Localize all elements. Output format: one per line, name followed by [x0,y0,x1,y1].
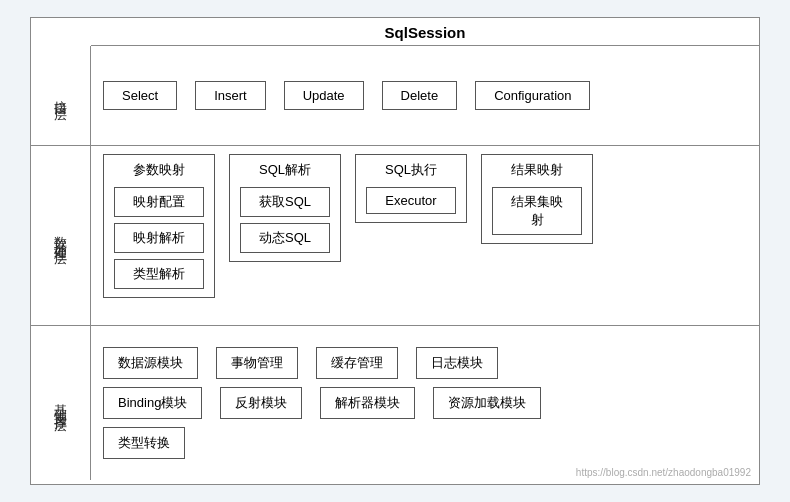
type-conversion: 类型转换 [103,427,185,459]
interface-content: Select Insert Update Delete Configuratio… [91,46,759,145]
reflection-module: 反射模块 [220,387,302,419]
cache-management: 缓存管理 [316,347,398,379]
bs-row-1: 数据源模块 事物管理 缓存管理 日志模块 [103,347,498,379]
base-support-label: 基础支撑层 [31,326,91,480]
mapping-config: 映射配置 [114,187,204,217]
bs-row-2: Binding模块 反射模块 解析器模块 资源加载模块 [103,387,541,419]
get-sql: 获取SQL [240,187,330,217]
interface-layer: 接口层 Select Insert Update Delete Configur… [31,46,759,146]
result-mapping-title: 结果映射 [511,161,563,179]
interface-label: 接口层 [31,46,91,145]
data-processing-label: 数据处理层 [31,146,91,325]
data-processing-content: 参数映射 映射配置 映射解析 类型解析 SQL解析 获取SQL 动态SQL SQ… [91,146,759,325]
datasource-module: 数据源模块 [103,347,198,379]
type-parse: 类型解析 [114,259,204,289]
diagram-container: SqlSession 接口层 Select Insert Update Dele… [30,17,760,485]
sql-exec-title: SQL执行 [385,161,437,179]
result-set-mapping: 结果集映射 [492,187,582,235]
resource-loader-module: 资源加载模块 [433,387,541,419]
bs-row-3: 类型转换 [103,427,185,459]
sql-parse-group: SQL解析 获取SQL 动态SQL [229,154,341,262]
select-button: Select [103,81,177,110]
sql-exec-group: SQL执行 Executor [355,154,467,223]
param-mapping-group: 参数映射 映射配置 映射解析 类型解析 [103,154,215,298]
binding-module: Binding模块 [103,387,202,419]
executor: Executor [366,187,456,214]
log-module: 日志模块 [416,347,498,379]
diagram-title: SqlSession [91,18,759,46]
parser-module: 解析器模块 [320,387,415,419]
layers-container: 接口层 Select Insert Update Delete Configur… [31,46,759,480]
update-button: Update [284,81,364,110]
mapping-parse: 映射解析 [114,223,204,253]
data-processing-layer: 数据处理层 参数映射 映射配置 映射解析 类型解析 SQL解析 获取SQL 动态… [31,146,759,326]
base-support-content: 数据源模块 事物管理 缓存管理 日志模块 Binding模块 反射模块 解析器模… [91,326,759,480]
delete-button: Delete [382,81,458,110]
transaction-management: 事物管理 [216,347,298,379]
dynamic-sql: 动态SQL [240,223,330,253]
insert-button: Insert [195,81,266,110]
watermark: https://blog.csdn.net/zhaodongba01992 [576,467,751,478]
configuration-button: Configuration [475,81,590,110]
result-mapping-group: 结果映射 结果集映射 [481,154,593,244]
param-mapping-title: 参数映射 [133,161,185,179]
base-support-layer: 基础支撑层 数据源模块 事物管理 缓存管理 日志模块 Binding模块 反射模… [31,326,759,480]
sql-parse-title: SQL解析 [259,161,311,179]
